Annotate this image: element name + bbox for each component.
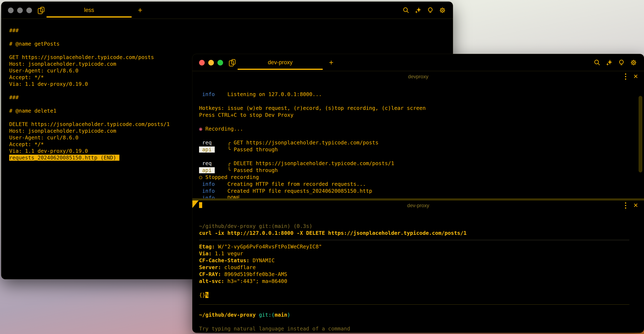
terminal-line: req ╭ GET https://jsonplaceholder.typico… <box>199 139 629 146</box>
desktop: { "back_window": { "tab_label": "less", … <box>0 0 644 334</box>
zoom-window-button[interactable] <box>218 60 223 66</box>
terminal-line: api ╰ Passed through <box>199 167 629 174</box>
terminal-line: info Created HTTP file requests_20240620… <box>199 187 629 194</box>
close-window-button[interactable] <box>8 8 14 13</box>
ai-sparkle-icon[interactable] <box>414 7 422 14</box>
terminal-line: Hotkeys: issue (w)eb request, (r)ecord, … <box>199 105 629 112</box>
terminal-line: api ╰ Passed through <box>199 146 629 153</box>
pane-header: devproxy ✕ <box>192 72 644 82</box>
terminal-line: ○ Stopped recording <box>199 174 629 181</box>
pane-title: devproxy <box>192 72 644 82</box>
traffic-lights <box>8 8 32 13</box>
new-tab-button[interactable]: + <box>325 54 338 71</box>
terminal-line: ◉ Recording... <box>199 125 629 132</box>
tab-less[interactable]: less <box>46 2 132 19</box>
terminal-line <box>9 47 449 54</box>
scrollbar-thumb[interactable] <box>638 96 642 172</box>
settings-gear-icon[interactable] <box>630 59 637 66</box>
terminal-line: Via: 1.1 vegur <box>199 250 629 257</box>
terminal-line: Try typing natural language instead of a… <box>199 325 629 332</box>
pane-menu-icon[interactable] <box>625 202 626 209</box>
terminal-line: ~/github/dev-proxy git:(main) (0.3s) <box>199 223 629 230</box>
lightbulb-icon[interactable] <box>426 7 434 14</box>
lightbulb-icon[interactable] <box>618 59 625 66</box>
titlebar[interactable]: less + <box>1 2 453 19</box>
terminal-line <box>199 153 629 160</box>
zoom-window-button[interactable] <box>26 8 32 13</box>
terminal-line: req ╭ DELETE https://jsonplaceholder.typ… <box>199 160 629 167</box>
terminal-window-dev-proxy: dev-proxy + <box>192 54 644 333</box>
active-tab-indicator <box>46 16 132 18</box>
titlebar[interactable]: dev-proxy + <box>192 54 644 71</box>
terminal-line <box>199 132 629 139</box>
block-separator <box>199 240 629 240</box>
search-icon[interactable] <box>594 59 601 66</box>
terminal-line: CF-RAY: 8969d519bffe0b3e-AMS <box>199 271 629 278</box>
minimize-window-button[interactable] <box>17 8 23 13</box>
ai-sparkle-icon[interactable] <box>606 59 613 66</box>
pane-close-icon[interactable]: ✕ <box>633 203 638 208</box>
tab-label: less <box>84 7 94 14</box>
terminal-line <box>199 98 629 105</box>
terminal-line <box>199 118 629 125</box>
terminal-line <box>199 318 629 325</box>
terminal-line: curl -ix http://127.0.0.1:8000 -X DELETE… <box>199 230 629 236</box>
terminal-line: CF-Cache-Status: DYNAMIC <box>199 257 629 264</box>
pane-shell[interactable]: dev-proxy ✕ ~/github/dev-proxy git:(main… <box>192 200 644 333</box>
terminal-line: Etag: W/"2-vyGp6PvFo4RvsFtPoIWeCReyIC8" <box>199 243 629 250</box>
pane-header: dev-proxy ✕ <box>192 200 644 210</box>
terminal-line: ~/github/dev-proxy git:(main) <box>199 311 629 318</box>
shell-output: ~/github/dev-proxy git:(main) (0.3s)curl… <box>192 210 644 332</box>
pane-title: dev-proxy <box>192 200 644 210</box>
sidebar-toggle-icon[interactable] <box>37 6 46 15</box>
search-icon[interactable] <box>402 7 410 14</box>
settings-gear-icon[interactable] <box>439 7 446 14</box>
terminal-line: {}% <box>199 291 629 298</box>
block-separator <box>199 304 629 305</box>
tab-label: dev-proxy <box>268 59 293 66</box>
minimize-window-button[interactable] <box>208 60 214 66</box>
pane-menu-icon[interactable] <box>625 74 626 80</box>
terminal-line: info Listening on 127.0.0.1:8000... <box>199 91 629 98</box>
terminal-line <box>199 285 629 291</box>
close-window-button[interactable] <box>199 60 205 66</box>
pane-divider[interactable] <box>192 198 644 200</box>
tab-dev-proxy[interactable]: dev-proxy <box>237 54 323 71</box>
terminal-line: info Creating HTTP file from recorded re… <box>199 181 629 187</box>
terminal-line: Press CTRL+C to stop Dev Proxy <box>199 112 629 118</box>
sidebar-toggle-icon[interactable] <box>228 59 237 67</box>
terminal-line: alt-svc: h3=":443"; ma=86400 <box>199 278 629 285</box>
terminal-line: ### <box>9 27 449 34</box>
active-tab-indicator <box>238 69 323 70</box>
pane-close-icon[interactable]: ✕ <box>633 74 638 80</box>
terminal-line: Server: cloudflare <box>199 264 629 271</box>
traffic-lights <box>199 60 223 66</box>
new-tab-button[interactable]: + <box>134 2 146 19</box>
terminal-line: # @name getPosts <box>9 41 449 47</box>
pane-devproxy[interactable]: devproxy ✕ info Listening on 127.0.0.1:8… <box>192 72 644 198</box>
devproxy-output: info Listening on 127.0.0.1:8000... Hotk… <box>192 82 644 208</box>
terminal-line <box>9 34 449 41</box>
